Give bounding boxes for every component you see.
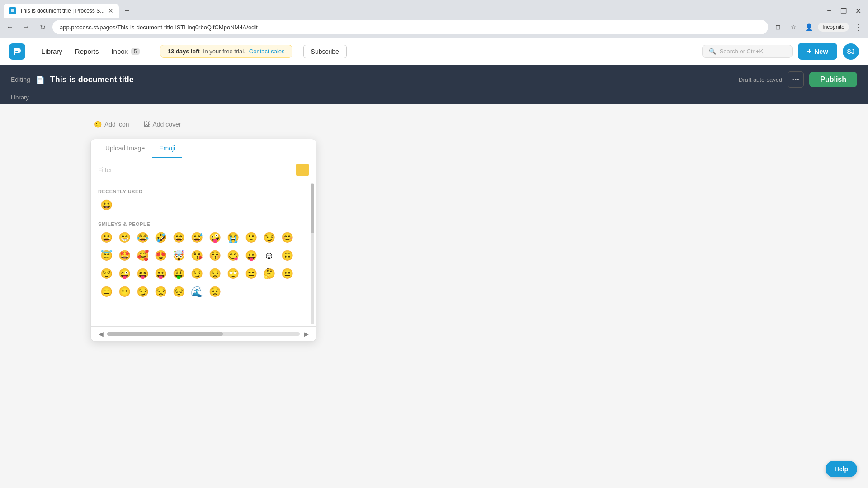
emoji-item[interactable]: 🥰: [134, 248, 151, 264]
inbox-badge: 5: [131, 48, 140, 55]
active-tab[interactable]: This is document title | Process S... ✕: [4, 4, 119, 18]
emoji-item[interactable]: ☺️: [261, 248, 277, 264]
emoji-item[interactable]: 😏: [134, 284, 151, 300]
smileys-grid: 😀😁😂🤣😄😅🤪😭🙂😏😊😇🤩🥰😍🤯😘😚😋😛☺️🙃😌😜😝😛🤑😏😒🙄😑🤔😐😑😶😏😒😔🌊…: [98, 230, 303, 300]
emoji-item[interactable]: 😏: [189, 266, 205, 282]
new-button[interactable]: + New: [798, 43, 837, 60]
emoji-item[interactable]: 😏: [261, 230, 277, 246]
recently-used-label: RECENTLY USED: [98, 185, 303, 197]
trial-banner: 13 days left in your free trial. Contact…: [160, 45, 292, 58]
library-nav-link[interactable]: Library: [36, 45, 68, 58]
add-icon-label: Add icon: [104, 121, 129, 128]
emoji-item[interactable]: 🤣: [152, 230, 169, 246]
scroll-right-button[interactable]: ▶: [302, 329, 311, 338]
emoji-item[interactable]: 🤩: [116, 248, 132, 264]
upload-image-tab[interactable]: Upload Image: [98, 139, 152, 158]
publish-button[interactable]: Publish: [809, 72, 857, 87]
emoji-item[interactable]: 😔: [170, 284, 187, 300]
emoji-item[interactable]: 😐: [279, 266, 295, 282]
avatar[interactable]: SJ: [843, 43, 859, 60]
emoji-item[interactable]: 😑: [243, 266, 259, 282]
doc-icon: 📄: [36, 75, 45, 84]
close-window-button[interactable]: ✕: [852, 5, 864, 17]
more-options-icon: •••: [792, 76, 800, 83]
emoji-item[interactable]: 😋: [225, 248, 241, 264]
screen-cast-icon[interactable]: ⊡: [772, 21, 784, 33]
emoji-item[interactable]: 😌: [98, 266, 114, 282]
url-bar[interactable]: app.process.st/pages/This-is-document-ti…: [52, 20, 768, 34]
editing-container: Editing 📄 This is document title Draft a…: [0, 65, 868, 104]
emoji-item[interactable]: 😀: [98, 230, 114, 246]
scroll-left-button[interactable]: ◀: [96, 329, 105, 338]
vertical-scrollbar[interactable]: [311, 183, 314, 324]
add-cover-button[interactable]: 🖼 Add cover: [140, 119, 184, 130]
emoji-item[interactable]: 😅: [189, 230, 205, 246]
app-logo[interactable]: [9, 43, 25, 60]
emoji-item[interactable]: 🌊: [189, 284, 205, 300]
emoji-filter-input[interactable]: [98, 166, 292, 174]
emoji-item[interactable]: 🙄: [225, 266, 241, 282]
profile-icon[interactable]: 👤: [802, 21, 815, 33]
reload-button[interactable]: ↻: [36, 21, 49, 33]
contact-sales-link[interactable]: Contact sales: [249, 48, 285, 55]
emoji-item[interactable]: 😄: [170, 230, 187, 246]
emoji-item[interactable]: 😑: [98, 284, 114, 300]
emoji-item[interactable]: 🙂: [243, 230, 259, 246]
emoji-item[interactable]: 🤪: [207, 230, 223, 246]
back-button[interactable]: ←: [4, 21, 16, 33]
inbox-nav-link[interactable]: Inbox 5: [106, 45, 145, 58]
reports-nav-link[interactable]: Reports: [70, 45, 104, 58]
emoji-item[interactable]: 😘: [189, 248, 205, 264]
emoji-picker-body[interactable]: RECENTLY USED 😀 SMILEYS & PEOPLE 😀😁😂🤣😄😅🤪…: [91, 182, 311, 326]
skin-tone-swatch[interactable]: [296, 164, 309, 176]
trial-suffix-text: in your free trial.: [203, 48, 245, 55]
emoji-item[interactable]: 😂: [134, 230, 151, 246]
tab-close-button[interactable]: ✕: [108, 7, 113, 14]
image-icon: 🖼: [143, 121, 150, 128]
emoji-item[interactable]: 😇: [98, 248, 114, 264]
bookmark-icon[interactable]: ☆: [787, 21, 800, 33]
emoji-item[interactable]: 🤔: [261, 266, 277, 282]
emoji-tab[interactable]: Emoji: [152, 139, 182, 158]
more-options-button[interactable]: •••: [788, 71, 804, 88]
emoji-item[interactable]: 🤯: [170, 248, 187, 264]
smileys-label: SMILEYS & PEOPLE: [98, 218, 303, 230]
incognito-label: Incognito: [822, 24, 844, 30]
emoji-item[interactable]: 😛: [243, 248, 259, 264]
add-icon-button[interactable]: 🙂 Add icon: [90, 119, 132, 130]
inbox-label: Inbox: [111, 47, 128, 55]
emoji-item[interactable]: 😝: [134, 266, 151, 282]
emoji-item[interactable]: 😭: [225, 230, 241, 246]
emoji-item[interactable]: 😊: [279, 230, 295, 246]
emoji-item[interactable]: 😟: [207, 284, 223, 300]
help-button[interactable]: Help: [826, 461, 857, 477]
emoji-item[interactable]: 😒: [152, 284, 169, 300]
browser-more-button[interactable]: ⋮: [852, 21, 864, 33]
editing-right: Draft auto-saved ••• Publish: [739, 71, 857, 88]
header-right: 🔍 Search or Ctrl+K + New SJ: [702, 43, 859, 60]
emoji-item[interactable]: 😜: [116, 266, 132, 282]
emoji-item[interactable]: 🙃: [279, 248, 295, 264]
subscribe-button[interactable]: Subscribe: [303, 45, 347, 58]
emoji-item[interactable]: 🤑: [170, 266, 187, 282]
emoji-item[interactable]: 😍: [152, 248, 169, 264]
horizontal-scrollbar[interactable]: [107, 332, 300, 336]
emoji-item[interactable]: 😛: [152, 266, 169, 282]
emoji-item[interactable]: 😒: [207, 266, 223, 282]
maximize-button[interactable]: ❐: [837, 5, 850, 17]
forward-button[interactable]: →: [20, 21, 33, 33]
emoji-item[interactable]: 😚: [207, 248, 223, 264]
emoji-item[interactable]: 😁: [116, 230, 132, 246]
emoji-item[interactable]: 😀: [98, 197, 114, 213]
browser-chrome: This is document title | Process S... ✕ …: [0, 0, 868, 38]
emoji-item[interactable]: 😶: [116, 284, 132, 300]
svg-rect-1: [15, 51, 18, 52]
search-bar[interactable]: 🔍 Search or Ctrl+K: [702, 45, 793, 58]
window-controls: − ❐ ✕: [823, 5, 868, 17]
nav-links: Library Reports Inbox 5: [36, 45, 146, 58]
new-tab-button[interactable]: +: [121, 5, 133, 17]
main-content: 🙂 Add icon 🖼 Add cover Upload Image Emoj…: [0, 104, 868, 342]
minimize-button[interactable]: −: [823, 5, 835, 17]
address-bar: ← → ↻ app.process.st/pages/This-is-docum…: [0, 18, 868, 38]
add-cover-label: Add cover: [152, 121, 181, 128]
